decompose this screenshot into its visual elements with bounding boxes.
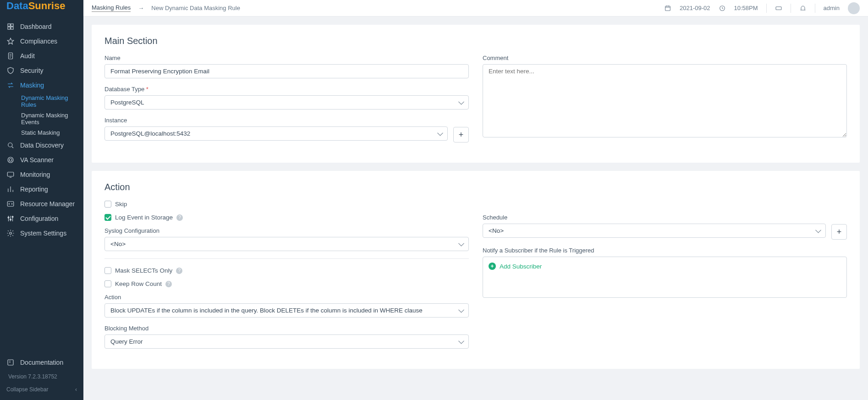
sidebar-item-documentation[interactable]: Documentation [0, 355, 83, 370]
gear-icon [6, 229, 15, 237]
log-event-label: Log Event in Storage [115, 214, 173, 221]
svg-rect-1 [11, 24, 13, 26]
add-subscriber-button[interactable]: + Add Subscriber [489, 263, 841, 270]
keyboard-icon[interactable] [775, 5, 782, 12]
svg-point-5 [8, 143, 12, 147]
action-section-title: Action [104, 182, 847, 192]
sidebar-item-dashboard[interactable]: Dashboard [0, 19, 83, 34]
logo: DataSunrise [0, 0, 83, 15]
sidebar-item-configuration[interactable]: Configuration [0, 211, 83, 226]
sidebar-item-resource-manager[interactable]: Resource Manager [0, 197, 83, 211]
schedule-label: Schedule [483, 214, 826, 221]
bars-icon [6, 185, 15, 193]
svg-point-10 [8, 217, 9, 218]
blocking-label: Blocking Method [104, 325, 469, 332]
shield-icon [6, 66, 15, 75]
topbar-time: 10:58PM [734, 5, 758, 11]
monitor-icon [6, 170, 15, 179]
svg-point-12 [12, 216, 13, 218]
topbar: Masking Rules → New Dynamic Data Masking… [83, 0, 868, 16]
blocking-select[interactable]: Query Error [104, 334, 469, 349]
add-instance-button[interactable]: + [453, 127, 469, 142]
sidebar-item-masking[interactable]: Masking [0, 78, 83, 93]
breadcrumb-current: New Dynamic Data Masking Rule [151, 5, 240, 11]
svg-rect-17 [776, 6, 781, 10]
svg-rect-15 [665, 6, 670, 11]
add-schedule-button[interactable]: + [831, 224, 847, 240]
sidebar-item-audit[interactable]: Audit [0, 49, 83, 63]
svg-rect-8 [7, 172, 14, 176]
instance-label: Instance [104, 117, 448, 124]
clock-icon [719, 5, 726, 12]
doc-icon [6, 52, 15, 60]
sliders-icon [6, 214, 15, 223]
sidebar-item-compliances[interactable]: Compliances [0, 34, 83, 49]
action-section-panel: Action Skip Log Event in Storage ? Syslo… [92, 171, 860, 369]
breadcrumb-parent[interactable]: Masking Rules [92, 4, 131, 12]
sidebar-item-data-discovery[interactable]: Data Discovery [0, 138, 83, 153]
book-icon [6, 358, 15, 367]
swap-icon [6, 81, 15, 89]
grid-icon [6, 22, 15, 31]
skip-checkbox[interactable] [104, 201, 111, 208]
star-icon [6, 37, 15, 45]
search-icon [6, 141, 15, 149]
calendar-icon [664, 5, 671, 12]
svg-point-11 [10, 219, 11, 220]
breadcrumb-arrow: → [138, 5, 144, 11]
sidebar-item-reporting[interactable]: Reporting [0, 182, 83, 197]
notify-label: Notify a Subscriber if the Rule is Trigg… [483, 247, 847, 254]
bell-icon[interactable] [799, 5, 807, 12]
main-section-panel: Main Section Name Database Type * Postgr… [92, 25, 860, 163]
svg-point-7 [9, 159, 12, 161]
schedule-select[interactable]: <No> [483, 224, 826, 238]
name-label: Name [104, 55, 469, 61]
notify-box: + Add Subscriber [483, 257, 847, 298]
svg-rect-2 [8, 27, 10, 29]
mask-selects-checkbox[interactable] [104, 267, 111, 274]
name-input[interactable] [104, 64, 469, 78]
action-label: Action [104, 294, 469, 301]
syslog-label: Syslog Configuration [104, 227, 469, 234]
sidebar-item-va-scanner[interactable]: VA Scanner [0, 153, 83, 167]
main-section-title: Main Section [104, 36, 847, 46]
sidebar-item-system-settings[interactable]: System Settings [0, 226, 83, 241]
sidebar: DataSunrise DashboardCompliancesAuditSec… [0, 0, 83, 400]
version-label: Version 7.2.3.18752 [0, 370, 83, 384]
help-icon[interactable]: ? [165, 281, 172, 287]
plus-circle-icon: + [489, 263, 496, 270]
dbtype-label: Database Type * [104, 86, 469, 93]
sidebar-subitem-dynamic-masking-events[interactable]: Dynamic Masking Events [0, 110, 83, 127]
sidebar-subitem-static-masking[interactable]: Static Masking [0, 127, 83, 138]
sidebar-item-monitoring[interactable]: Monitoring [0, 167, 83, 182]
comment-label: Comment [483, 55, 847, 61]
comment-textarea[interactable] [483, 64, 847, 137]
help-icon[interactable]: ? [176, 268, 182, 274]
sidebar-item-security[interactable]: Security [0, 63, 83, 78]
action-select[interactable]: Block UPDATEs if the column is included … [104, 303, 469, 318]
help-icon[interactable]: ? [176, 214, 183, 221]
topbar-date: 2021-09-02 [680, 5, 710, 11]
topbar-user[interactable]: admin [824, 5, 840, 11]
keep-row-label: Keep Row Count [115, 280, 162, 287]
mask-selects-label: Mask SELECTs Only [115, 267, 172, 274]
sidebar-subitem-dynamic-masking-rules[interactable]: Dynamic Masking Rules [0, 93, 83, 110]
instance-select[interactable]: PostgreSQL@localhost:5432 [104, 126, 448, 141]
svg-rect-0 [8, 24, 10, 26]
code-icon [6, 200, 15, 208]
dbtype-select[interactable]: PostgreSQL [104, 95, 469, 110]
keep-row-checkbox[interactable] [104, 280, 111, 287]
chevron-left-icon: ‹ [75, 386, 77, 393]
collapse-sidebar[interactable]: Collapse Sidebar ‹ [0, 384, 83, 395]
syslog-select[interactable]: <No> [104, 237, 469, 251]
svg-rect-9 [7, 202, 14, 207]
svg-rect-3 [11, 27, 13, 29]
avatar[interactable] [848, 2, 860, 14]
target-icon [6, 156, 15, 164]
skip-label: Skip [115, 201, 127, 208]
svg-point-6 [8, 157, 13, 163]
svg-point-13 [10, 232, 12, 235]
log-event-checkbox[interactable] [104, 214, 111, 221]
